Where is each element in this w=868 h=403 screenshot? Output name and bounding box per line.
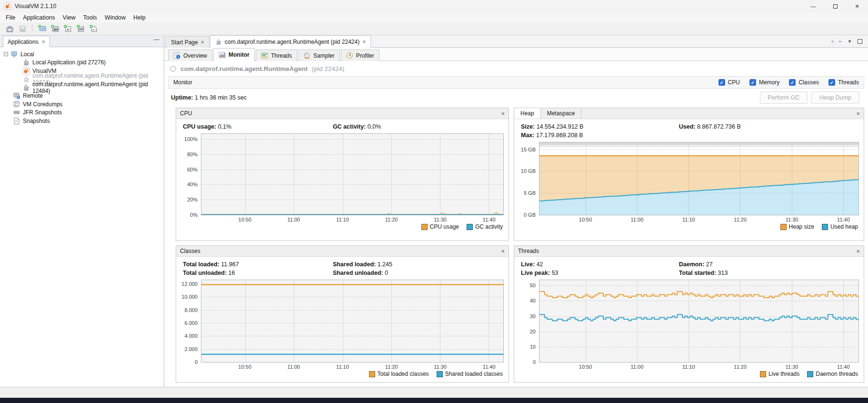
menu-item-tools[interactable]: Tools	[79, 14, 100, 21]
tab-label: Sampler	[313, 52, 335, 59]
panel-title: CPU	[180, 110, 192, 117]
tree-item-vm-coredumps[interactable]: VM Coredumps	[0, 100, 164, 109]
applications-sidebar: Applications × — − Local Local Applicati…	[0, 35, 164, 387]
stat-shared-unloaded: Shared unloaded: 0	[333, 270, 502, 276]
minimize-panel-button[interactable]: —	[154, 36, 160, 43]
tree-item-label: VM Coredumps	[23, 101, 62, 108]
tab-runtimeagent[interactable]: com.datprof.runtime.agent.RuntimeAgent (…	[210, 35, 371, 48]
tab-start-page[interactable]: Start Page ×	[166, 36, 210, 48]
x-axis-tick: 11:40	[483, 364, 496, 370]
x-axis-tick: 11:30	[786, 364, 798, 370]
taskbar-strip	[0, 398, 868, 403]
add-snapshot-icon	[89, 24, 98, 33]
legend-swatch-icon	[822, 224, 828, 230]
checkbox-classes[interactable]: ✓Classes	[789, 79, 819, 86]
perform-gc-button[interactable]: Perform GC	[760, 91, 808, 104]
threads-icon	[261, 52, 268, 59]
legend-label: Total loaded classes	[378, 371, 429, 377]
plot-area	[539, 280, 859, 363]
checkbox-checked-icon[interactable]: ✓	[749, 79, 756, 86]
maximize-view-icon[interactable]	[858, 39, 862, 44]
x-axis-tick: 11:00	[631, 364, 644, 370]
heap-series-svg	[539, 142, 858, 215]
checkbox-label: Memory	[759, 79, 779, 86]
scroll-right-icon[interactable]: ▸	[839, 38, 842, 44]
add-jfr-snapshot-button[interactable]	[75, 23, 86, 34]
checkbox-checked-icon[interactable]: ✓	[789, 79, 796, 86]
scroll-left-icon[interactable]: ◂	[831, 38, 834, 44]
x-axis-tick: 10:50	[579, 364, 592, 370]
checkbox-checked-icon[interactable]: ✓	[828, 79, 835, 86]
close-icon[interactable]: ×	[362, 39, 366, 45]
checkbox-threads[interactable]: ✓Threads	[828, 79, 859, 86]
cpu-plot-row: 0%20%40%60%80%100%	[179, 133, 504, 215]
close-icon[interactable]: ×	[501, 110, 505, 117]
close-icon[interactable]: ×	[42, 39, 45, 45]
window-minimize-button[interactable]: —	[802, 0, 824, 12]
applications-panel-tab[interactable]: Applications ×	[3, 36, 50, 47]
stat-total-loaded: Total loaded: 11.967	[183, 261, 333, 268]
stat-gc-activity: GC activity: 0,0%	[333, 123, 502, 130]
tree-item-runtimeagent-12484[interactable]: com.datprof.runtime.agent.RuntimeAgent (…	[0, 83, 164, 92]
document-area: Start Page × com.datprof.runtime.agent.R…	[164, 35, 868, 387]
tree-item-local[interactable]: − Local	[0, 50, 164, 59]
application-pid: (pid 22424)	[312, 65, 344, 72]
tree-item-local-application[interactable]: Local Application (pid 27276)	[0, 59, 164, 67]
menu-item-help[interactable]: Help	[130, 14, 150, 21]
load-snapshot-button[interactable]	[4, 23, 15, 34]
stat-live-peak: Live peak: 53	[521, 270, 679, 276]
window-close-button[interactable]: ✕	[846, 0, 868, 12]
cpu-legend: CPU usageGC activity	[179, 223, 504, 230]
plot-area	[539, 142, 859, 215]
legend-label: Used heap	[830, 223, 858, 230]
menu-item-window[interactable]: Window	[101, 14, 130, 21]
heap-dump-button[interactable]: Heap Dump	[811, 91, 859, 104]
menu-item-applications[interactable]: Applications	[19, 14, 59, 21]
checkbox-cpu[interactable]: ✓CPU	[718, 79, 740, 86]
add-snapshot-button[interactable]	[88, 23, 99, 34]
tab-heap[interactable]: Heap	[514, 108, 541, 119]
legend-swatch-icon	[467, 224, 473, 230]
tree-item-jfr-snapshots[interactable]: JFR Snapshots	[0, 109, 164, 117]
tab-metaspace[interactable]: Metaspace	[541, 108, 582, 119]
add-jmx-connection-button[interactable]: JMX	[49, 23, 60, 34]
close-icon[interactable]: ×	[501, 248, 505, 255]
title-bar: VisualVM 2.1.10 — ✕	[0, 0, 868, 12]
collapse-icon[interactable]: −	[4, 52, 8, 56]
checkbox-memory[interactable]: ✓Memory	[749, 79, 779, 86]
add-vm-coredump-button[interactable]: 01	[62, 23, 73, 34]
window-maximize-button[interactable]	[824, 0, 846, 12]
window-title: VisualVM 2.1.10	[15, 3, 56, 10]
editor-tab-strip: Start Page × com.datprof.runtime.agent.R…	[164, 35, 868, 48]
close-icon[interactable]: ×	[856, 110, 860, 117]
tab-profiler[interactable]: Profiler	[341, 50, 379, 61]
overview-icon: i	[173, 52, 180, 59]
classes-stats: Total loaded: 11.967 Shared loaded: 1.24…	[176, 257, 509, 276]
tab-threads[interactable]: Threads	[256, 50, 297, 61]
close-icon[interactable]: ×	[856, 248, 860, 255]
menu-item-file[interactable]: File	[2, 14, 19, 21]
tab-overview[interactable]: i Overview	[168, 50, 212, 61]
legend-label: Shared loaded classes	[445, 371, 503, 377]
y-axis: 01020304050	[517, 280, 539, 363]
checkbox-label: Classes	[798, 79, 819, 86]
threads-plot-row: 01020304050	[517, 280, 859, 363]
tab-sampler[interactable]: Sampler	[298, 50, 340, 61]
remote-icon	[13, 92, 20, 100]
tab-monitor[interactable]: Monitor	[213, 48, 255, 61]
add-application-button[interactable]	[36, 23, 48, 34]
close-icon[interactable]: ×	[201, 39, 204, 46]
classes-plot-row: 02.0004.0006.0008.00010.00012.000	[179, 280, 504, 363]
menu-item-view[interactable]: View	[59, 14, 80, 21]
tab-label: Threads	[271, 52, 292, 59]
tab-label: Profiler	[356, 52, 374, 59]
tab-list-dropdown-icon[interactable]: ▼	[848, 39, 852, 44]
checkbox-checked-icon[interactable]: ✓	[718, 79, 725, 86]
x-axis-tick: 11:00	[631, 217, 644, 222]
y-axis-tick: 100%	[184, 136, 198, 142]
charts-grid: CPU × CPU usage: 0,1% GC activity: 0,0% …	[176, 108, 864, 383]
jfr-snapshots-icon	[13, 109, 20, 116]
cpu-chart: 0%20%40%60%80%100%10:5011:0011:1011:2011…	[176, 130, 509, 230]
cpu-stats: CPU usage: 0,1% GC activity: 0,0%	[176, 119, 509, 130]
tree-item-snapshots[interactable]: Snapshots	[0, 117, 164, 125]
